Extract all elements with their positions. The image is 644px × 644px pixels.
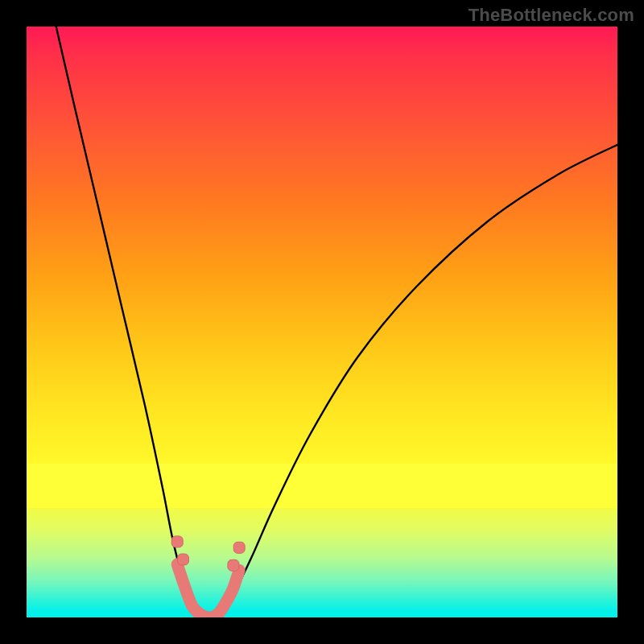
marker-dot <box>178 554 189 565</box>
watermark-text: TheBottleneck.com <box>469 5 634 26</box>
outer-frame: TheBottleneck.com <box>0 0 644 644</box>
bottleneck-curve <box>56 27 617 617</box>
plot-area <box>27 27 617 617</box>
marker-group <box>171 536 245 617</box>
marker-dot <box>171 536 183 547</box>
marker-dot <box>233 542 245 553</box>
marker-underline <box>177 564 239 617</box>
marker-dot <box>228 559 239 571</box>
chart-svg <box>27 27 617 617</box>
